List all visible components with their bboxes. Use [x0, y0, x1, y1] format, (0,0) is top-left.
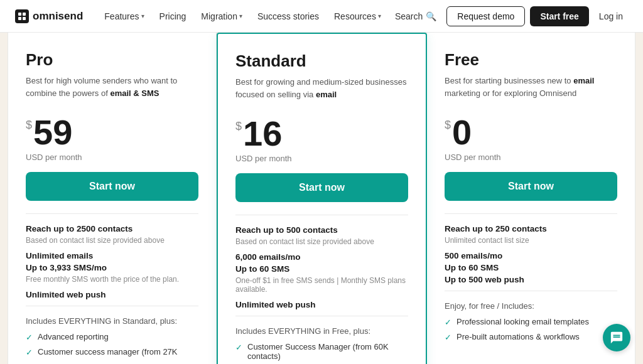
- divider: [235, 316, 408, 316]
- pro-sms-sub: Free monthly SMS worth the price of the …: [26, 275, 198, 284]
- standard-price-row: $ 16: [235, 116, 408, 151]
- divider: [445, 213, 617, 214]
- standard-price-dollar: $: [235, 120, 242, 133]
- standard-contacts-sub: Based on contact list size provided abov…: [235, 237, 408, 246]
- divider: [235, 215, 408, 215]
- standard-sms-label: Up to 60 SMS: [235, 264, 408, 274]
- check-icon: ✓: [445, 318, 451, 327]
- svg-rect-3: [23, 17, 26, 20]
- pro-plan-card: Pro Best for high volume senders who wan…: [8, 33, 217, 364]
- pro-price-row: $ 59: [26, 115, 198, 150]
- nav-resources[interactable]: Resources ▾: [328, 8, 387, 25]
- free-emails-label: 500 emails/mo: [445, 251, 617, 260]
- standard-price-period: USD per month: [235, 154, 408, 163]
- standard-emails-label: 6,000 emails/mo: [235, 252, 408, 262]
- standard-plan-desc: Best for growing and medium-sized busine…: [235, 76, 408, 106]
- standard-plan-card: Standard Best for growing and medium-siz…: [217, 33, 427, 364]
- pro-sms-label: Up to 3,933 SMS/mo: [26, 263, 198, 272]
- free-contacts-heading: Reach up to 250 contacts: [445, 224, 617, 233]
- chevron-down-icon: ▾: [239, 13, 242, 19]
- free-push-label: Up to 500 web push: [445, 275, 617, 284]
- navbar: omnisend Features ▾ Pricing Migration ▾ …: [0, 0, 643, 33]
- nav-links: Features ▾ Pricing Migration ▾ Success s…: [98, 8, 390, 25]
- check-icon: ✓: [26, 333, 33, 342]
- pro-emails-label: Unlimited emails: [26, 251, 198, 260]
- svg-rect-0: [18, 13, 21, 16]
- nav-pricing[interactable]: Pricing: [153, 8, 193, 25]
- chat-bubble[interactable]: [603, 324, 630, 351]
- pro-push-label: Unlimited web push: [26, 290, 198, 299]
- free-sms-label: Up to 60 SMS: [445, 263, 617, 272]
- pro-price-amount: 59: [33, 115, 72, 150]
- free-includes-label: Enjoy, for free / Includes:: [445, 301, 617, 311]
- nav-features[interactable]: Features ▾: [98, 8, 150, 25]
- pro-price-dollar: $: [26, 119, 32, 132]
- pro-contacts-heading: Reach up to 2500 contacts: [26, 224, 198, 233]
- nav-migration[interactable]: Migration ▾: [195, 8, 249, 25]
- free-plan-name: Free: [445, 50, 617, 70]
- pro-price-period: USD per month: [26, 153, 198, 162]
- divider: [26, 213, 198, 214]
- free-price-amount: 0: [452, 115, 472, 150]
- chevron-down-icon: ▾: [141, 13, 144, 19]
- logo-icon: [15, 9, 29, 23]
- free-price-row: $ 0: [445, 115, 617, 150]
- logo[interactable]: omnisend: [15, 9, 83, 23]
- search-button[interactable]: Search 🔍: [390, 9, 441, 24]
- nav-right: Search 🔍 Request demo Start free Log in: [390, 6, 628, 26]
- pricing-area: Pro Best for high volume senders who wan…: [0, 33, 643, 364]
- free-price-dollar: $: [445, 119, 451, 132]
- divider: [445, 291, 617, 291]
- standard-includes-label: Includes EVERYTHING in Free, plus:: [235, 326, 408, 336]
- standard-contacts-heading: Reach up to 500 contacts: [235, 225, 408, 235]
- svg-rect-1: [23, 13, 26, 16]
- start-free-button[interactable]: Start free: [530, 6, 588, 26]
- free-price-period: USD per month: [445, 153, 617, 162]
- free-check-item-2: ✓ Pre-built automations & workflows: [445, 332, 617, 342]
- search-icon: 🔍: [426, 11, 436, 21]
- pro-start-now-button[interactable]: Start now: [26, 172, 198, 201]
- check-icon: ✓: [26, 348, 33, 357]
- pro-check-item-1: ✓ Advanced reporting: [26, 332, 198, 342]
- nav-success-stories[interactable]: Success stories: [251, 8, 325, 25]
- free-plan-desc: Best for starting businesses new to emai…: [445, 75, 617, 105]
- standard-push-label: Unlimited web push: [235, 300, 408, 309]
- chevron-down-icon: ▾: [378, 13, 381, 19]
- pro-plan-name: Pro: [26, 50, 198, 70]
- free-contacts-sub: Unlimited contact list size: [445, 236, 617, 245]
- standard-price-amount: 16: [243, 116, 282, 151]
- standard-sms-sub: One-off $1 in free SMS sends | Monthly S…: [235, 276, 408, 294]
- standard-plan-name: Standard: [235, 51, 408, 71]
- logo-text: omnisend: [33, 10, 83, 23]
- divider: [26, 306, 198, 306]
- free-check-item-1: ✓ Professional looking email templates: [445, 317, 617, 327]
- pro-plan-desc: Best for high volume senders who want to…: [26, 75, 198, 105]
- request-demo-button[interactable]: Request demo: [446, 6, 525, 26]
- check-icon: ✓: [235, 343, 242, 352]
- login-button[interactable]: Log in: [594, 9, 628, 24]
- pro-includes-label: Includes EVERYTHING in Standard, plus:: [26, 316, 198, 326]
- pro-contacts-sub: Based on contact list size provided abov…: [26, 236, 198, 245]
- check-icon: ✓: [445, 333, 451, 342]
- free-plan-card: Free Best for starting businesses new to…: [427, 33, 635, 364]
- pro-check-item-2: ✓ Customer success manager (from 27K: [26, 347, 198, 357]
- standard-start-now-button[interactable]: Start now: [235, 173, 408, 202]
- standard-check-item-1: ✓ Customer Success Manager (from 60K con…: [235, 342, 408, 361]
- svg-rect-2: [18, 17, 21, 20]
- free-start-now-button[interactable]: Start now: [445, 172, 617, 201]
